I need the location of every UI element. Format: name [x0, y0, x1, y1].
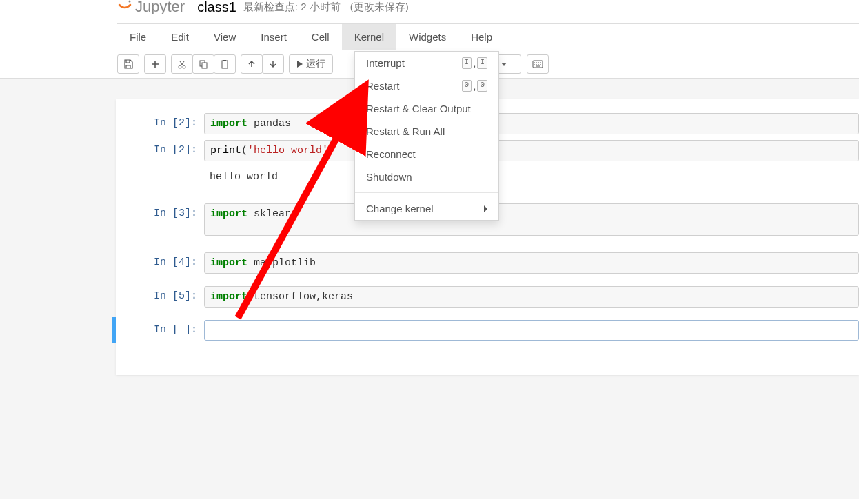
paste-button[interactable]	[214, 54, 236, 74]
kernel-shutdown-label: Shutdown	[366, 171, 412, 183]
add-cell-button[interactable]	[144, 54, 166, 74]
menu-file[interactable]: File	[117, 24, 159, 50]
kernel-restart-run-label: Restart & Run All	[366, 125, 445, 137]
cut-icon	[177, 59, 187, 69]
menubar: File Edit View Insert Cell Kernel Widget…	[117, 23, 859, 50]
svg-rect-6	[223, 60, 226, 61]
input-prompt: In [5]:	[116, 286, 204, 302]
output-prompt	[116, 167, 204, 171]
svg-point-1	[179, 65, 181, 68]
kernel-reconnect-label: Reconnect	[366, 148, 416, 160]
run-button[interactable]: 运行	[289, 54, 333, 74]
input-prompt: In [2]:	[116, 113, 204, 129]
kernel-restart[interactable]: Restart 0,0	[355, 74, 498, 97]
menu-insert[interactable]: Insert	[248, 24, 299, 50]
svg-rect-5	[222, 61, 228, 68]
input-prompt: In [3]:	[116, 203, 204, 219]
kernel-restart-label: Restart	[366, 80, 399, 92]
jupyter-logo[interactable]: Jupyter	[117, 0, 185, 14]
svg-rect-4	[202, 63, 207, 68]
chevron-right-icon	[484, 205, 487, 212]
unsaved-status: (更改未保存)	[350, 1, 409, 14]
interrupt-shortcut: I,I	[462, 57, 487, 69]
code-input[interactable]: print('hello world')	[204, 140, 859, 161]
arrow-down-icon	[269, 60, 277, 68]
move-down-button[interactable]	[262, 54, 284, 74]
arrow-up-icon	[247, 60, 256, 68]
svg-point-2	[183, 65, 185, 68]
kernel-restart-clear-label: Restart & Clear Output	[366, 103, 471, 114]
kernel-reconnect[interactable]: Reconnect	[355, 143, 498, 165]
code-input[interactable]: import matplotlib	[204, 252, 859, 274]
kernel-interrupt-label: Interrupt	[366, 57, 405, 69]
chevron-down-icon	[501, 63, 507, 66]
dropdown-separator	[355, 192, 498, 193]
input-prompt: In [2]:	[116, 140, 204, 156]
code-cell-selected[interactable]: In [ ]:	[112, 317, 859, 343]
input-prompt: In [4]:	[116, 252, 204, 268]
code-input[interactable]: import tensorflow,keras	[204, 286, 859, 308]
copy-icon	[199, 59, 208, 69]
command-palette-button[interactable]	[527, 54, 549, 74]
kernel-change-label: Change kernel	[366, 203, 434, 214]
save-icon	[123, 59, 133, 69]
save-button[interactable]	[117, 54, 139, 74]
menu-edit[interactable]: Edit	[159, 24, 201, 50]
svg-point-0	[129, 1, 131, 3]
copy-button[interactable]	[192, 54, 214, 74]
menu-cell[interactable]: Cell	[299, 24, 342, 50]
notebook-title[interactable]: class1	[197, 0, 236, 14]
logo-icon	[117, 0, 132, 14]
kernel-restart-run[interactable]: Restart & Run All	[355, 120, 498, 143]
checkpoint-status: 最新检查点: 2 小时前	[243, 1, 341, 14]
menu-view[interactable]: View	[201, 24, 248, 50]
menu-kernel[interactable]: Kernel	[342, 24, 396, 50]
menu-widgets[interactable]: Widgets	[396, 24, 458, 50]
paste-icon	[220, 59, 230, 69]
code-input[interactable]: import sklearn	[204, 203, 859, 236]
code-input[interactable]	[204, 320, 859, 341]
play-icon	[296, 60, 303, 68]
kernel-interrupt[interactable]: Interrupt I,I	[355, 52, 498, 74]
kernel-restart-clear[interactable]: Restart & Clear Output	[355, 97, 498, 120]
code-cell[interactable]: In [4]: import matplotlib	[116, 250, 859, 276]
move-up-button[interactable]	[241, 54, 263, 74]
menu-help[interactable]: Help	[458, 24, 505, 50]
plus-icon	[151, 60, 159, 68]
input-prompt: In [ ]:	[116, 320, 204, 336]
logo-text: Jupyter	[135, 0, 185, 14]
kernel-shutdown[interactable]: Shutdown	[355, 165, 498, 188]
cut-button[interactable]	[171, 54, 193, 74]
run-label: 运行	[306, 58, 325, 70]
restart-shortcut: 0,0	[462, 80, 487, 92]
kernel-change[interactable]: Change kernel	[355, 197, 498, 220]
keyboard-icon	[532, 60, 543, 68]
code-input[interactable]: import pandas	[204, 113, 859, 134]
code-cell[interactable]: In [5]: import tensorflow,keras	[116, 283, 859, 310]
kernel-dropdown: Interrupt I,I Restart 0,0 Restart & Clea…	[354, 51, 499, 221]
cell-output: hello world	[204, 167, 859, 187]
